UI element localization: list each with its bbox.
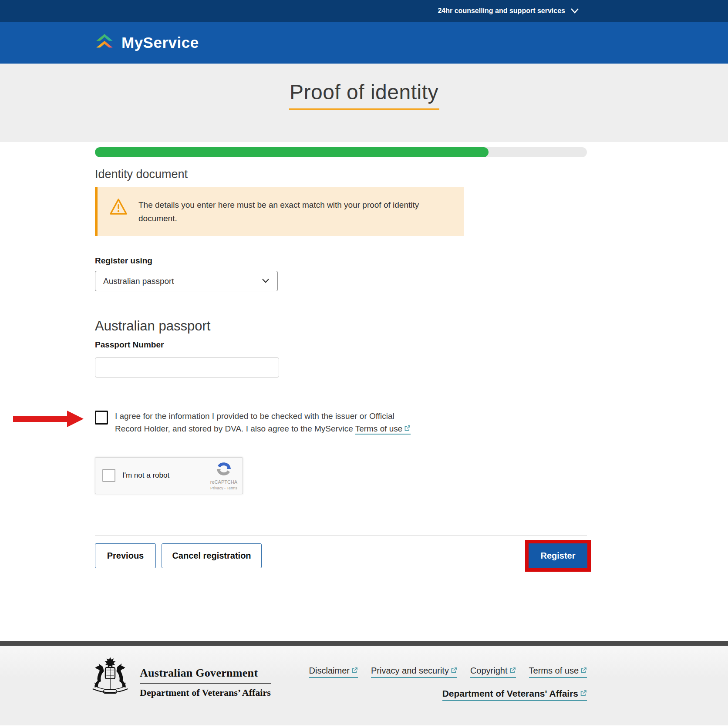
terms-of-use-link[interactable]: Terms of use (355, 424, 411, 435)
footer-link-terms[interactable]: Terms of use (529, 666, 587, 678)
top-utility-bar: 24hr counselling and support services (0, 0, 728, 22)
government-crest-text: Australian Government Department of Vete… (140, 656, 271, 698)
recaptcha-checkbox[interactable] (102, 469, 115, 482)
document-title: Australian passport (95, 318, 587, 334)
footer-divider-bar (0, 641, 728, 646)
footer-link-disclaimer[interactable]: Disclaimer (309, 666, 358, 678)
chevron-down-icon (570, 8, 579, 14)
register-using-value: Australian passport (103, 276, 174, 286)
myservice-logo[interactable]: MyService (94, 31, 199, 54)
external-link-icon (451, 666, 457, 676)
recaptcha-logo-icon (216, 471, 232, 478)
agree-checkbox[interactable] (95, 411, 108, 425)
main-content: Identity document The details you enter … (0, 142, 728, 641)
footer-links: Disclaimer Privacy and security Copyrigh… (309, 656, 587, 725)
myservice-logo-icon (94, 31, 115, 54)
crest-rule (140, 683, 271, 684)
page-title: Proof of identity (0, 80, 728, 104)
australian-government-label: Australian Government (140, 667, 271, 680)
register-using-label: Register using (95, 256, 587, 266)
external-link-icon (404, 422, 411, 435)
section-divider (95, 535, 587, 536)
footer-link-dva[interactable]: Department of Veterans' Affairs (442, 688, 587, 701)
agree-text: I agree for the information I provided t… (115, 410, 420, 435)
chevron-down-icon (262, 277, 270, 285)
footer-link-privacy[interactable]: Privacy and security (371, 666, 457, 678)
external-link-icon (580, 666, 587, 676)
passport-number-label: Passport Number (95, 340, 587, 350)
recaptcha-label: I'm not a robot (122, 471, 169, 480)
action-buttons-row: Previous Cancel registration Register (95, 540, 587, 572)
page-title-underline (289, 108, 439, 110)
hero-section: Proof of identity (0, 64, 728, 142)
recaptcha-branding: reCAPTCHA Privacy - Terms (209, 461, 238, 490)
register-button[interactable]: Register (529, 543, 587, 568)
progress-bar (95, 147, 587, 157)
recaptcha-legal: Privacy - Terms (209, 486, 238, 490)
brand-name: MyService (121, 34, 199, 51)
passport-number-input[interactable] (95, 357, 279, 377)
recaptcha-widget: I'm not a robot reCAPTCHA Privacy - Term… (95, 457, 243, 494)
footer: Australian Government Department of Vete… (0, 646, 728, 725)
progress-fill (95, 147, 489, 157)
support-services-label: 24hr counselling and support services (438, 7, 565, 15)
external-link-icon (580, 688, 587, 699)
agreement-row: I agree for the information I provided t… (95, 410, 587, 435)
red-arrow-annotation (13, 411, 84, 427)
red-highlight-annotation: Register (525, 540, 591, 572)
department-label: Department of Veterans’ Affairs (140, 687, 271, 698)
section-title: Identity document (95, 168, 587, 181)
external-link-icon (351, 666, 358, 676)
previous-button[interactable]: Previous (95, 543, 156, 568)
recaptcha-privacy-link[interactable]: Privacy (210, 486, 223, 490)
warning-triangle-icon (109, 198, 128, 218)
support-services-menu[interactable]: 24hr counselling and support services (438, 7, 579, 15)
footer-link-copyright[interactable]: Copyright (470, 666, 516, 678)
recaptcha-terms-link[interactable]: Terms (226, 486, 237, 490)
external-link-icon (509, 666, 516, 676)
warning-text: The details you enter here must be an ex… (138, 198, 443, 226)
footer-links-row: Disclaimer Privacy and security Copyrigh… (309, 666, 587, 678)
app-header: MyService (0, 22, 728, 64)
government-crest-block: Australian Government Department of Vete… (89, 656, 271, 725)
cancel-registration-button[interactable]: Cancel registration (162, 543, 262, 568)
australian-coat-of-arms-icon (89, 656, 131, 701)
warning-banner: The details you enter here must be an ex… (95, 187, 464, 236)
register-using-select[interactable]: Australian passport (95, 271, 278, 291)
recaptcha-brand-text: reCAPTCHA (209, 479, 238, 485)
